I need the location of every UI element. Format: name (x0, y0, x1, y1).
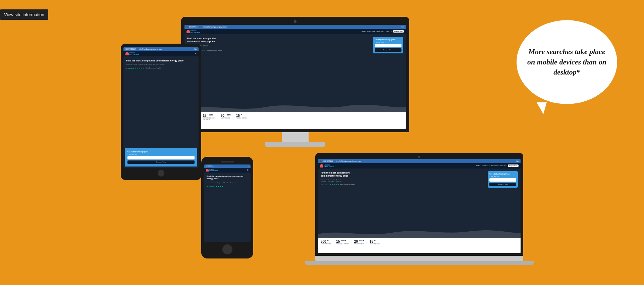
topbar-email: ✉ info@londongasandpower.com (203, 26, 227, 28)
tablet-quote-title: Get a Quick Pricing Quote (127, 151, 195, 153)
tablet-navbar: LONDONGAS & POWER ≡ (123, 51, 199, 56)
tablet-body: 02084750114 info@londongasandpower.com f… (121, 44, 201, 180)
phone-hamburger[interactable]: ≡ (247, 169, 249, 172)
tablet-hero: Find the most competitive commercial ene… (123, 56, 199, 147)
speech-bubble-text: More searches take place on mobile devic… (527, 47, 607, 78)
laptop-nav-sectors[interactable]: SECTORS ∨ (491, 165, 499, 167)
phone-topbar-social: f in (247, 165, 249, 167)
laptop-quote-btn[interactable]: Compare Prices (489, 183, 516, 186)
tablet-topbar: 02084750114 info@londongasandpower.com f… (123, 47, 199, 51)
tablet-hero-icons: Get a quote a minute Compare top UK supp… (126, 64, 196, 65)
monitor-screen-wrapper: 📞 02084750114 ✉ info@londongasandpower.c… (181, 17, 409, 132)
monitor-camera-dot (294, 20, 297, 23)
laptop-nav-services[interactable]: SERVICES ∨ (482, 165, 490, 167)
phone-body: 02084750114 f in LONDONGAS & POWER ≡ (201, 157, 253, 258)
laptop-stat-3: 20 TWH GAS PROCURED (354, 239, 364, 252)
devices-area: 📞 02084750114 ✉ info@londongasandpower.c… (121, 17, 523, 279)
nav-services[interactable]: SERVICES ∨ (367, 31, 375, 32)
view-site-info-tooltip[interactable]: View site information (0, 9, 48, 20)
laptop-nav-about[interactable]: ABOUT ∨ (500, 165, 506, 167)
stat-2: 15 TWH RENEWABLE ENERGYCONTRACTS (203, 113, 215, 128)
laptop-hero-left: Find the most competitivecommercial ener… (321, 171, 486, 186)
phone-hero-left: Find the most competitive commercial ene… (207, 175, 248, 188)
laptop-nav-cta[interactable]: Enquire Now (508, 164, 519, 167)
site-topbar: 📞 02084750114 ✉ info@londongasandpower.c… (184, 25, 406, 29)
tablet-icon-3: Best price guarantee (153, 64, 164, 65)
hero-icons: Get a quotea minute Compare topUK suppli… (187, 45, 371, 48)
stat-4-label: FLEXIBLE ENERGY (236, 117, 247, 119)
quote-input[interactable] (375, 44, 401, 47)
phone-hero: Find the most competitive commercial ene… (204, 173, 251, 242)
speech-bubble: More searches take place on mobile devic… (517, 20, 617, 104)
tablet-hero-title: Find the most competitive commercial ene… (126, 59, 196, 62)
tablet: 02084750114 info@londongasandpower.com f… (121, 44, 201, 180)
hero-icon-3: Best priceguarantee (203, 45, 208, 48)
topbar-phone: 📞 02084750114 (186, 26, 199, 28)
laptop-topbar-phone: 📞 02084750114 (320, 160, 333, 162)
stats-bar: 500 + GAS CONTRACTS 15 TWH RENEWABLE ENE… (184, 112, 406, 129)
laptop-camera-dot (418, 156, 420, 158)
tablet-hero-left: Find the most competitive commercial ene… (126, 59, 196, 69)
phone-logo: LONDONGAS & POWER (206, 169, 218, 172)
logo-icon (186, 30, 190, 33)
phone-logo-text: LONDONGAS & POWER (209, 169, 218, 172)
tablet-trustpilot-text: Rated Excellent on Trustpilot (146, 67, 161, 69)
laptop-topbar-email: ✉ info@londongasandpower.com (336, 160, 361, 162)
desktop-monitor: 📞 02084750114 ✉ info@londongasandpower.c… (181, 17, 409, 147)
nav-sectors[interactable]: SECTORS ∨ (376, 31, 384, 32)
tablet-home-button[interactable] (158, 170, 164, 177)
tablet-quote-btn[interactable]: Compare Prices (127, 160, 195, 164)
laptop-hero: Find the most competitivecommercial ener… (318, 169, 521, 238)
laptop-nav-home[interactable]: HOME (476, 165, 480, 167)
nav-cta[interactable]: Enquire Now (393, 30, 404, 33)
phone-website: 02084750114 f in LONDONGAS & POWER ≡ (204, 164, 251, 242)
tablet-quote-input[interactable] (127, 156, 195, 159)
stat-2-number: 15 TWH (203, 113, 213, 117)
nav-home[interactable]: HOME (362, 31, 366, 32)
phone-speaker (221, 161, 234, 162)
laptop-screen-wrapper: 📞 02084750114 ✉ info@londongasandpower.c… (315, 153, 523, 256)
tablet-icon-1: Get a quote a minute (126, 64, 137, 65)
tablet-screen: 02084750114 info@londongasandpower.com f… (123, 47, 199, 168)
tablet-quote-check: ✓ Save up to 40% (127, 154, 195, 155)
laptop-topbar-social: f in (516, 160, 519, 162)
site-logo: LONDONGAS & POWER (186, 30, 200, 33)
tablet-topbar-social: f in (194, 48, 197, 50)
phone-home-button[interactable] (222, 244, 232, 254)
laptop-quote-input[interactable] (489, 178, 516, 182)
nav-links: HOME SERVICES ∨ SECTORS ∨ ABOUT ∨ Enquir… (362, 30, 404, 33)
tablet-trustpilot: ★ Trustpilot Rated Excellent on Trustpi (126, 67, 196, 69)
monitor-stand-base (265, 142, 325, 147)
quote-title: Get a Quick Pricing Quote (375, 39, 401, 41)
laptop-base (315, 256, 523, 261)
monitor-stand-neck (282, 132, 309, 142)
tablet-quote-box: Get a Quick Pricing Quote ✓ Save up to 4… (125, 148, 197, 167)
laptop-stat-1: 500 + GAS CONTRACTS (321, 239, 331, 252)
tablet-hamburger[interactable]: ≡ (195, 52, 197, 55)
tablet-trustpilot-logo: ★ Trustpilot (126, 67, 134, 69)
main-container: 📞 02084750114 ✉ info@londongasandpower.c… (0, 0, 644, 285)
monitor-screen: 📞 02084750114 ✉ info@londongasandpower.c… (184, 25, 406, 129)
speech-bubble-body: More searches take place on mobile devic… (517, 20, 617, 104)
stat-3-label: GAS PROCURED (221, 117, 230, 119)
stat-3-number: 20 TWH (221, 113, 231, 117)
stat-4: 15 + FLEXIBLE ENERGY (236, 113, 247, 128)
quote-check: ✓ Save up to 40% (375, 42, 401, 43)
phone-trustpilot: ★ Trustpilot (207, 186, 248, 187)
nav-about[interactable]: ABOUT ∨ (386, 31, 392, 32)
phone-hero-icons: Get a quote a minute Compare top UK supp… (207, 182, 248, 184)
laptop-hero-wave (318, 228, 521, 238)
star-4 (202, 50, 204, 51)
stat-2-label: RENEWABLE ENERGYCONTRACTS (203, 117, 215, 120)
laptop-logo-icon (320, 164, 323, 168)
laptop-navbar: LONDONGAS & POWER HOME SERVICES ∨ SECTOR… (318, 163, 521, 169)
tablet-icon-2: Compare top UK supplier (139, 64, 152, 65)
phone-navbar: LONDONGAS & POWER ≡ (204, 168, 251, 173)
speech-bubble-tail (537, 102, 547, 114)
logo-text: LONDONGAS & POWER (191, 30, 200, 33)
quote-btn[interactable]: Compare Prices (375, 48, 401, 52)
tablet-logo: LONDONGAS & POWER (125, 52, 139, 55)
quote-box: Get a Quick Pricing Quote ✓ Save up to 4… (373, 37, 403, 53)
tablet-stars (135, 67, 145, 69)
topbar-social: f in (401, 26, 404, 28)
